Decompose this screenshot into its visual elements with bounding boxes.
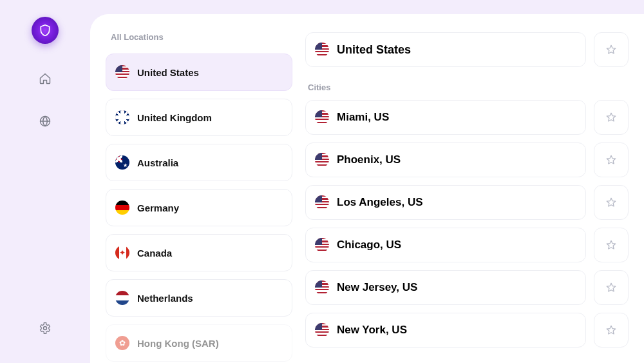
city-label: Phoenix, US <box>337 153 401 166</box>
cities-list: Miami, USPhoenix, USLos Angeles, USChica… <box>305 100 629 355</box>
country-label: United States <box>137 67 199 78</box>
city-card[interactable]: New York, US <box>305 313 586 348</box>
country-label: United Kingdom <box>137 112 212 123</box>
city-card[interactable]: New Jersey, US <box>305 270 586 305</box>
star-icon <box>605 197 617 208</box>
favorite-button[interactable] <box>594 100 629 135</box>
nav-globe[interactable] <box>37 113 53 129</box>
content-panel: All Locations United StatesUnited Kingdo… <box>90 14 644 363</box>
city-label: New Jersey, US <box>337 281 417 294</box>
city-row: New York, US <box>305 313 629 348</box>
star-icon <box>605 282 617 293</box>
star-icon <box>605 154 617 166</box>
city-row: Chicago, US <box>305 228 629 262</box>
city-label: Chicago, US <box>337 239 401 251</box>
country-item[interactable]: United States <box>106 54 292 91</box>
favorite-button[interactable] <box>594 185 629 220</box>
star-icon <box>605 239 617 251</box>
selected-country-label: United States <box>337 43 411 57</box>
app-logo[interactable] <box>32 17 59 44</box>
city-row: Miami, US <box>305 100 629 135</box>
country-label: Netherlands <box>137 293 193 304</box>
flag-icon <box>315 323 329 337</box>
country-item[interactable]: Australia <box>106 144 292 181</box>
flag-icon <box>115 336 129 350</box>
city-label: Los Angeles, US <box>337 196 423 209</box>
favorite-button[interactable] <box>594 270 629 305</box>
favorite-button[interactable] <box>594 228 629 262</box>
city-row: New Jersey, US <box>305 270 629 305</box>
city-label: New York, US <box>337 324 407 337</box>
selected-country-row: United States <box>305 32 629 67</box>
star-icon <box>605 112 617 123</box>
cities-heading: Cities <box>308 83 629 92</box>
app-root: All Locations United StatesUnited Kingdo… <box>0 0 644 363</box>
city-row: Phoenix, US <box>305 142 629 177</box>
country-item[interactable]: Netherlands <box>106 279 292 317</box>
country-item[interactable]: Germany <box>106 189 292 226</box>
countries-column: All Locations United StatesUnited Kingdo… <box>106 32 292 363</box>
svg-point-1 <box>44 327 47 330</box>
city-row: Los Angeles, US <box>305 185 629 220</box>
country-item[interactable]: Hong Kong (SAR) <box>106 324 292 362</box>
flag-icon <box>315 280 329 295</box>
flag-icon <box>315 110 329 124</box>
flag-icon <box>315 153 329 167</box>
flag-icon <box>115 155 129 170</box>
star-icon <box>605 44 617 55</box>
city-card[interactable]: Phoenix, US <box>305 142 586 177</box>
city-card[interactable]: Chicago, US <box>305 228 586 262</box>
globe-icon <box>39 115 52 128</box>
shield-icon <box>39 24 52 37</box>
favorite-button[interactable] <box>594 313 629 348</box>
nav-home[interactable] <box>37 71 53 86</box>
city-label: Miami, US <box>337 111 389 124</box>
nav-settings[interactable] <box>37 320 53 336</box>
country-label: Hong Kong (SAR) <box>137 338 219 349</box>
countries-list: United StatesUnited KingdomAustraliaGerm… <box>106 54 292 362</box>
cities-column: United States Cities Miami, USPhoenix, U… <box>305 32 629 363</box>
country-label: Germany <box>137 202 179 213</box>
flag-icon <box>315 238 329 252</box>
city-card[interactable]: Miami, US <box>305 100 586 135</box>
nav-rail <box>0 0 90 363</box>
gear-icon <box>39 322 52 335</box>
flag-icon <box>115 110 129 124</box>
all-locations-heading: All Locations <box>111 32 292 42</box>
city-card[interactable]: Los Angeles, US <box>305 185 586 220</box>
flag-icon <box>115 246 129 260</box>
favorite-button[interactable] <box>594 142 629 177</box>
flag-icon <box>115 65 129 79</box>
home-icon <box>39 72 52 85</box>
country-label: Australia <box>137 157 178 168</box>
flag-icon <box>115 201 129 215</box>
flag-icon <box>315 195 329 210</box>
flag-icon <box>115 291 129 305</box>
country-item[interactable]: United Kingdom <box>106 99 292 136</box>
country-item[interactable]: Canada <box>106 234 292 271</box>
country-label: Canada <box>137 248 172 259</box>
selected-country-card[interactable]: United States <box>305 32 586 67</box>
flag-icon <box>315 43 329 57</box>
star-icon <box>605 324 617 336</box>
favorite-button[interactable] <box>594 32 629 67</box>
